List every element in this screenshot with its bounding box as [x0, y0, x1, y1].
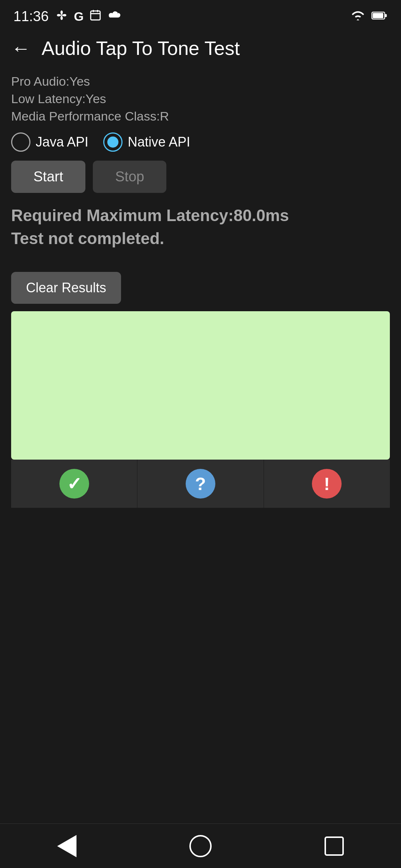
top-nav: ← Audio Tap To Tone Test — [0, 30, 401, 67]
cloud-icon — [107, 10, 121, 23]
wifi-icon — [350, 9, 366, 23]
start-button[interactable]: Start — [11, 161, 85, 193]
pass-status-button[interactable]: ✓ — [11, 460, 137, 508]
battery-icon — [371, 9, 388, 23]
warning-icon: ! — [312, 469, 342, 499]
fan-icon — [55, 8, 69, 25]
pro-audio-label: Pro Audio:Yes — [11, 74, 390, 89]
question-mark-icon: ? — [195, 474, 206, 494]
stop-button[interactable]: Stop — [93, 161, 166, 193]
status-icon-bar: ✓ ? ! — [11, 460, 390, 508]
exclamation-icon: ! — [324, 474, 330, 494]
java-api-radio[interactable] — [11, 132, 30, 152]
check-icon: ✓ — [67, 473, 82, 494]
status-time: 11:36 — [13, 9, 49, 24]
unknown-status-button[interactable]: ? — [137, 460, 263, 508]
nav-home-button[interactable] — [186, 831, 215, 861]
svg-rect-6 — [385, 14, 387, 17]
native-api-option[interactable]: Native API — [103, 132, 190, 152]
java-api-label: Java API — [36, 134, 88, 150]
recent-nav-icon — [325, 836, 344, 856]
svg-rect-0 — [91, 11, 100, 20]
green-result-panel — [11, 311, 390, 460]
svg-rect-5 — [373, 13, 383, 18]
low-latency-label: Low Latency:Yes — [11, 92, 390, 106]
back-button[interactable]: ← — [11, 39, 30, 58]
result-text: Required Maximum Latency:80.0ms Test not… — [11, 204, 390, 250]
native-api-label: Native API — [128, 134, 190, 150]
calendar-icon — [89, 9, 102, 24]
google-icon: G — [74, 9, 84, 24]
media-perf-label: Media Performance Class:R — [11, 109, 390, 124]
fail-status-button[interactable]: ! — [264, 460, 390, 508]
nav-recent-button[interactable] — [319, 831, 349, 861]
page-title: Audio Tap To Tone Test — [42, 37, 240, 59]
status-icons: G — [55, 8, 121, 25]
native-api-radio[interactable] — [103, 132, 123, 152]
status-left: 11:36 G — [13, 8, 121, 25]
main-content: Pro Audio:Yes Low Latency:Yes Media Perf… — [0, 67, 401, 515]
status-right — [350, 9, 388, 23]
bottom-nav-bar — [0, 823, 401, 868]
status-bar: 11:36 G — [0, 0, 401, 30]
action-button-row: Start Stop — [11, 161, 390, 193]
question-icon: ? — [186, 469, 215, 499]
java-api-option[interactable]: Java API — [11, 132, 88, 152]
pass-icon: ✓ — [59, 469, 89, 499]
api-radio-group: Java API Native API — [11, 132, 390, 152]
back-nav-icon — [57, 835, 76, 857]
clear-results-button[interactable]: Clear Results — [11, 272, 121, 304]
result-line-1: Required Maximum Latency:80.0ms — [11, 204, 390, 227]
nav-back-button[interactable] — [52, 831, 82, 861]
native-api-radio-inner — [107, 137, 118, 148]
home-nav-icon — [189, 835, 212, 857]
result-line-2: Test not completed. — [11, 227, 390, 250]
